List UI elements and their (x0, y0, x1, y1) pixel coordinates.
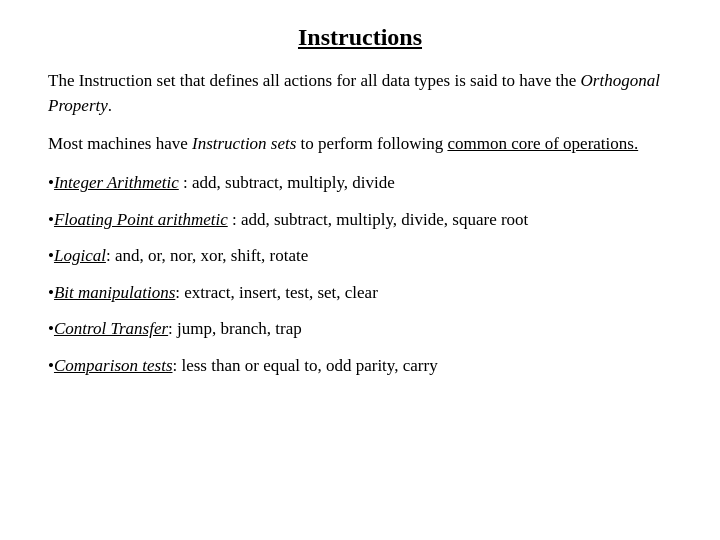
title-row: Instructions (48, 24, 672, 51)
bullet-label-2: Floating Point arithmetic (54, 210, 228, 229)
bullet-label-4: Bit manipulations (54, 283, 175, 302)
bullet-rest-1: : add, subtract, multiply, divide (179, 173, 395, 192)
bullet-logical: •Logical: and, or, nor, xor, shift, rota… (48, 244, 672, 269)
bullet-label-3: Logical (54, 246, 106, 265)
bullet-comparison-tests: •Comparison tests: less than or equal to… (48, 354, 672, 379)
bullet-rest-6: : less than or equal to, odd parity, car… (173, 356, 438, 375)
p2-text-italic: Instruction sets (192, 134, 296, 153)
bullet-rest-3: : and, or, nor, xor, shift, rotate (106, 246, 308, 265)
page: Instructions The Instruction set that de… (0, 0, 720, 540)
bullet-integer-arithmetic: •Integer Arithmetic : add, subtract, mul… (48, 171, 672, 196)
bullet-floating-point: •Floating Point arithmetic : add, subtra… (48, 208, 672, 233)
p2-text-1: Most machines have (48, 134, 192, 153)
page-title: Instructions (298, 24, 422, 50)
bullet-control-transfer: •Control Transfer: jump, branch, trap (48, 317, 672, 342)
p2-text-underline: common core of operations. (447, 134, 638, 153)
paragraph-1: The Instruction set that defines all act… (48, 69, 672, 118)
p1-text-period: . (108, 96, 112, 115)
bullet-label-1: Integer Arithmetic (54, 173, 179, 192)
p2-text-2: to perform following (296, 134, 447, 153)
bullet-rest-4: : extract, insert, test, set, clear (175, 283, 378, 302)
bullet-label-6: Comparison tests (54, 356, 173, 375)
p1-text-normal: The Instruction set that defines all act… (48, 71, 581, 90)
paragraph-2: Most machines have Instruction sets to p… (48, 132, 672, 157)
bullet-label-5: Control Transfer (54, 319, 168, 338)
bullet-bit-manipulations: •Bit manipulations: extract, insert, tes… (48, 281, 672, 306)
bullet-rest-5: : jump, branch, trap (168, 319, 302, 338)
bullet-rest-2: : add, subtract, multiply, divide, squar… (228, 210, 529, 229)
